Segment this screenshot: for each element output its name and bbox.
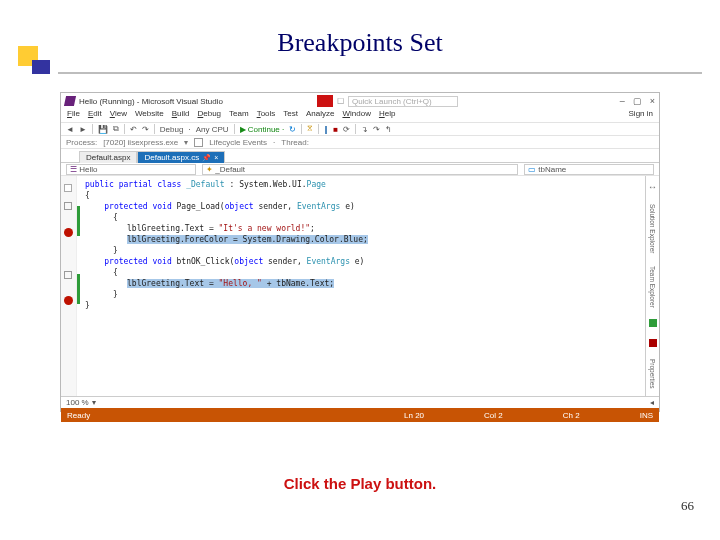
slide-corner-decoration [18,46,52,74]
code-line: { [85,267,642,278]
nav-back-icon[interactable]: ◄ [66,125,74,134]
editor-tabs: Default.aspx Default.aspx.cs📌× [61,149,659,163]
undo-icon[interactable]: ↶ [130,125,137,134]
breakpoint-gutter[interactable] [61,176,77,396]
menu-file[interactable]: File [67,109,80,122]
pin-icon[interactable]: 📌 [202,154,211,161]
sign-in-link[interactable]: Sign in [629,109,653,122]
browser-refresh-icon[interactable]: ↻ [289,125,296,134]
code-line: } [85,289,642,300]
step-over-icon[interactable]: ↷ [373,125,380,134]
outline-toggle-icon[interactable] [64,184,72,192]
menu-bar: File Edit View Website Build Debug Team … [61,109,659,122]
tab-default-aspx-cs[interactable]: Default.aspx.cs📌× [137,151,225,163]
menu-view[interactable]: View [110,109,127,122]
restart-icon[interactable]: ⟳ [343,125,350,134]
expand-icon[interactable]: ↔ [648,182,657,192]
nav-forward-icon[interactable]: ► [79,125,87,134]
slide-title: Breakpoints Set [0,0,720,58]
events-checkbox[interactable] [194,138,203,147]
page-number: 66 [681,498,694,514]
menu-test[interactable]: Test [283,109,298,122]
menu-build[interactable]: Build [172,109,190,122]
breakpoint-icon[interactable] [64,228,73,237]
member-dropdown[interactable]: ▭ tbName [524,164,654,175]
highlighted-line: lblGreeting.Text = "Hello, " + tbName.Te… [127,279,334,288]
menu-edit[interactable]: Edit [88,109,102,122]
outline-box-icon[interactable] [64,202,72,210]
project-dropdown[interactable]: ☰ Hello [66,164,196,175]
save-icon[interactable]: 💾 [98,125,108,134]
visual-studio-window: Hello (Running) - Microsoft Visual Studi… [60,92,660,412]
code-line: { [85,190,642,201]
team-explorer-tab[interactable]: Team Explorer [649,266,656,308]
process-label: Process: [66,138,97,147]
editor-main: public partial class _Default : System.W… [61,176,659,396]
change-marker [77,206,80,236]
pause-icon[interactable]: ‖ [324,125,328,134]
class-dropdown[interactable]: ✦ _Default [202,164,518,175]
step-icon[interactable]: ⧖ [307,124,313,134]
tab-default-aspx[interactable]: Default.aspx [79,151,137,163]
code-line: { [85,212,642,223]
status-ready: Ready [67,411,90,420]
notif-icon[interactable]: ☐ [337,97,344,106]
menu-website[interactable]: Website [135,109,164,122]
right-sidebar: ↔ Solution Explorer Team Explorer Proper… [645,176,659,396]
zoom-bar: 100 %▾ ◂ [61,396,659,408]
thread-label: Thread: [281,138,309,147]
menu-window[interactable]: Window [342,109,370,122]
change-marker [77,274,80,304]
code-line: } [85,300,642,311]
redo-icon[interactable]: ↷ [142,125,149,134]
quick-launch-input[interactable]: Quick Launch (Ctrl+Q) [348,96,458,107]
step-out-icon[interactable]: ↰ [385,125,392,134]
status-bar: Ready Ln 20 Col 2 Ch 2 INS [61,408,659,422]
close-tab-icon[interactable]: × [214,154,218,161]
properties-tab[interactable]: Properties [649,359,656,389]
highlighted-line: lblGreeting.ForeColor = System.Drawing.C… [127,235,368,244]
solution-explorer-tab[interactable]: Solution Explorer [649,204,656,254]
vs-icon [64,96,76,106]
config-dropdown[interactable]: Debug [160,125,184,134]
status-col: Col 2 [484,411,503,420]
toolbar-main: ◄ ► 💾 ⧉ ↶ ↷ Debug · Any CPU ▶ Continue ·… [61,122,659,136]
outline-box-icon[interactable] [64,271,72,279]
platform-dropdown[interactable]: Any CPU [196,125,229,134]
minimize-button[interactable]: – [620,96,625,106]
events-dropdown[interactable]: Lifecycle Events [209,138,267,147]
status-ch: Ch 2 [563,411,580,420]
continue-button[interactable]: ▶ Continue · [240,125,285,134]
stop-icon[interactable]: ■ [333,125,338,134]
status-ins: INS [640,411,653,420]
stop-recording-icon[interactable] [317,95,333,107]
menu-team[interactable]: Team [229,109,249,122]
process-dropdown[interactable]: [7020] iisexpress.exe [103,138,178,147]
titlebar: Hello (Running) - Microsoft Visual Studi… [61,93,659,109]
step-into-icon[interactable]: ↴ [361,125,368,134]
menu-tools[interactable]: Tools [257,109,276,122]
menu-help[interactable]: Help [379,109,395,122]
scroll-arrow-icon[interactable]: ◂ [650,398,654,407]
status-ln: Ln 20 [404,411,424,420]
title-rule [58,72,702,74]
window-title: Hello (Running) - Microsoft Visual Studi… [79,97,223,106]
tool-window-icon[interactable] [649,319,657,327]
navigation-dropdowns: ☰ Hello ✦ _Default ▭ tbName [61,163,659,176]
save-all-icon[interactable]: ⧉ [113,124,119,134]
close-button[interactable]: × [650,96,655,106]
slide-caption: Click the Play button. [0,475,720,492]
breakpoint-icon[interactable] [64,296,73,305]
zoom-dropdown[interactable]: 100 % [66,398,89,407]
maximize-button[interactable]: ▢ [633,96,642,106]
menu-analyze[interactable]: Analyze [306,109,334,122]
code-editor[interactable]: public partial class _Default : System.W… [77,176,645,396]
tool-window-icon[interactable] [649,339,657,347]
menu-debug[interactable]: Debug [197,109,221,122]
code-line: } [85,245,642,256]
toolbar-debug: Process: [7020] iisexpress.exe ▾ Lifecyc… [61,136,659,149]
